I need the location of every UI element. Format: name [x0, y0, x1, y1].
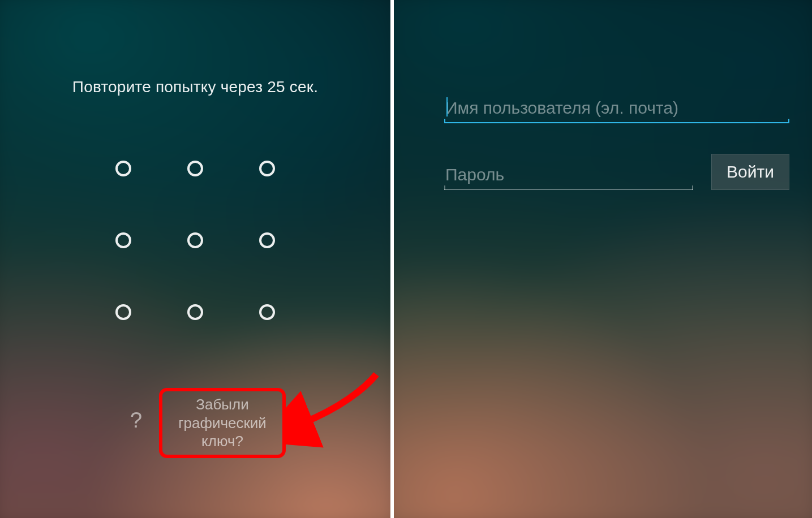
login-button[interactable]: Войти [711, 154, 789, 190]
help-icon[interactable]: ? [130, 408, 142, 433]
pattern-dot[interactable] [187, 232, 203, 248]
pattern-dot[interactable] [259, 161, 275, 176]
forgot-pattern-link[interactable]: Забыли графический ключ? [178, 395, 267, 451]
pattern-dot[interactable] [115, 232, 131, 248]
retry-countdown-message: Повторите попытку через 25 сек. [0, 78, 390, 96]
panel-divider [390, 0, 394, 518]
annotation-highlight-box: Забыли графический ключ? [159, 388, 286, 458]
pattern-dot[interactable] [187, 161, 203, 176]
password-field-wrap [444, 163, 693, 190]
username-input[interactable] [444, 96, 789, 123]
login-form: Войти [444, 96, 789, 190]
screenshot-pair: Повторите попытку через 25 сек. ? Забыли… [0, 0, 812, 518]
pattern-grid[interactable] [88, 133, 303, 348]
password-input[interactable] [444, 163, 693, 190]
input-underline [444, 189, 693, 190]
pattern-dot[interactable] [115, 161, 131, 176]
pattern-dot[interactable] [115, 304, 131, 320]
pattern-dot[interactable] [259, 304, 275, 320]
username-field-wrap [444, 96, 789, 123]
pattern-lock-screen: Повторите попытку через 25 сек. ? Забыли… [0, 0, 390, 518]
pattern-dot[interactable] [259, 232, 275, 248]
input-underline [444, 122, 789, 123]
account-login-screen: Войти [390, 0, 812, 518]
pattern-dot[interactable] [187, 304, 203, 320]
wallpaper [390, 0, 812, 518]
text-caret-icon [446, 97, 448, 116]
